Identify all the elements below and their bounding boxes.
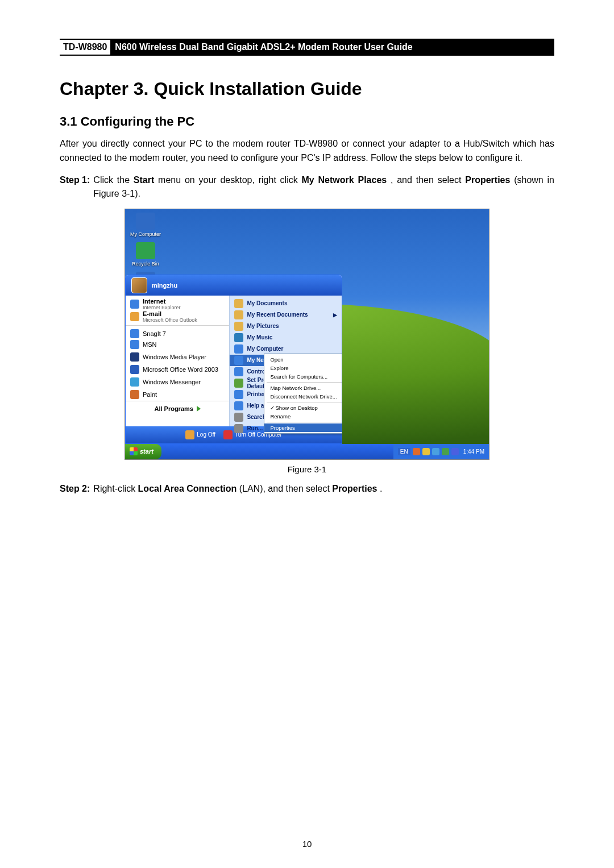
computer-icon: [136, 213, 155, 230]
computer-icon: [234, 344, 243, 354]
page-number: 10: [0, 839, 614, 849]
ctx-label: Show on Desktop: [275, 405, 317, 411]
tray-icon[interactable]: [413, 448, 420, 455]
start-item-email[interactable]: E-mail Microsoft Office Outlook: [126, 310, 229, 323]
start-right-label: My Computer: [247, 346, 283, 352]
start-right-label: Run...: [247, 425, 263, 431]
control-panel-icon: [234, 367, 243, 376]
start-item-title: Internet: [143, 298, 181, 305]
figure-screenshot: My Computer Recycle Bin My Network Place…: [125, 209, 489, 460]
step-2-body: Right-click Local Area Connection (LAN),…: [93, 482, 554, 496]
step-1-bold-start: Start: [134, 175, 154, 185]
desktop-icon-label: My Computer: [128, 231, 163, 237]
ctx-disconnect-drive[interactable]: Disconnect Network Drive...: [264, 392, 342, 401]
step-2: Step 2: Right-click Local Area Connectio…: [60, 482, 554, 496]
step-1-label: Step 1:: [60, 173, 90, 201]
header-bar: TD-W8980 N600 Wireless Dual Band Gigabit…: [60, 39, 554, 56]
document-page: TD-W8980 N600 Wireless Dual Band Gigabit…: [0, 0, 614, 868]
run-icon: [234, 424, 243, 433]
start-item-title: Paint: [143, 391, 157, 398]
system-tray: EN 1:44 PM: [393, 444, 489, 459]
step-1-text: menu on your desktop, right click: [158, 175, 301, 185]
folder-icon: [234, 322, 243, 331]
ctx-rename[interactable]: Rename: [264, 412, 342, 421]
step-2-bold-properties: Properties: [332, 484, 377, 493]
intro-paragraph: After you directly connect your PC to th…: [60, 137, 554, 165]
start-menu: mingzhu Internet Internet Explorer E-mai…: [125, 275, 342, 444]
chapter-heading: Chapter 3. Quick Installation Guide: [60, 78, 554, 99]
help-icon: [234, 401, 243, 410]
ctx-open[interactable]: Open: [264, 355, 342, 364]
desktop-icon-recycle-bin[interactable]: Recycle Bin: [128, 242, 163, 267]
start-menu-left-column: Internet Internet Explorer E-mail Micros…: [126, 296, 230, 426]
ctx-separator: [267, 422, 342, 422]
language-indicator[interactable]: EN: [398, 448, 410, 455]
step-2-text: .: [380, 484, 382, 493]
ctx-map-drive[interactable]: Map Network Drive...: [264, 384, 342, 392]
user-avatar-icon: [131, 277, 147, 293]
header-model: TD-W8980: [60, 42, 110, 52]
app-icon: [130, 340, 139, 349]
logoff-button[interactable]: Log Off: [185, 430, 215, 439]
ctx-properties[interactable]: Properties: [264, 423, 342, 432]
start-item-internet[interactable]: Internet Internet Explorer: [126, 298, 229, 310]
start-item-title: E-mail: [143, 310, 197, 317]
step-2-label: Step 2:: [60, 482, 90, 496]
windows-logo-icon: [130, 447, 138, 455]
start-item-snagit[interactable]: SnagIt 7: [126, 325, 229, 338]
start-item-msn[interactable]: MSN: [126, 338, 229, 351]
context-menu: Open Explore Search for Computers... Map…: [264, 354, 342, 434]
folder-icon: [234, 310, 243, 319]
start-right-label: My Documents: [247, 300, 287, 306]
start-right-recent[interactable]: My Recent Documents▶: [230, 309, 342, 321]
logoff-label: Log Off: [197, 431, 215, 438]
app-icon: [130, 377, 139, 387]
tray-icon[interactable]: [432, 448, 439, 455]
app-icon: [130, 365, 139, 374]
taskbar: start EN 1:44 PM: [125, 444, 489, 459]
step-1-text: Click the: [93, 175, 134, 185]
start-item-word[interactable]: Microsoft Office Word 2003: [126, 363, 229, 376]
start-item-title: Windows Messenger: [143, 379, 201, 385]
start-right-label: My Recent Documents: [247, 312, 308, 318]
tray-icon[interactable]: [422, 448, 430, 455]
step-1-bold-properties: Properties: [465, 175, 510, 185]
app-icon: [130, 352, 139, 362]
start-right-mydocs[interactable]: My Documents: [230, 298, 342, 309]
start-item-title: SnagIt 7: [143, 330, 166, 337]
logoff-icon: [185, 430, 194, 439]
taskbar-clock: 1:44 PM: [463, 448, 484, 455]
start-right-mycomputer[interactable]: My Computer: [230, 343, 342, 355]
ctx-show-desktop[interactable]: ✓Show on Desktop: [264, 404, 342, 412]
start-right-pictures[interactable]: My Pictures: [230, 321, 342, 332]
start-item-wmp[interactable]: Windows Media Player: [126, 351, 229, 363]
all-programs-label: All Programs: [154, 405, 193, 412]
internet-icon: [130, 300, 139, 309]
step-1-bold-mynetwork: My Network Places: [302, 175, 387, 185]
start-button[interactable]: start: [125, 444, 161, 459]
start-menu-right-column: My Documents My Recent Documents▶ My Pic…: [230, 296, 342, 426]
search-icon: [234, 413, 243, 422]
start-right-label: My Pictures: [247, 323, 279, 329]
desktop-icon-my-computer[interactable]: My Computer: [128, 213, 163, 237]
header-title: N600 Wireless Dual Band Gigabit ADSL2+ M…: [110, 40, 554, 55]
folder-icon: [234, 299, 243, 308]
start-right-music[interactable]: My Music: [230, 332, 342, 343]
start-item-subtitle: Internet Explorer: [143, 305, 181, 310]
start-item-title: MSN: [143, 341, 156, 348]
start-menu-header: mingzhu: [126, 275, 342, 296]
start-item-messenger[interactable]: Windows Messenger: [126, 376, 229, 388]
step-2-text: Right-click: [93, 484, 138, 493]
start-item-paint[interactable]: Paint: [126, 388, 229, 401]
step-1-text: , and then select: [391, 175, 465, 185]
app-icon: [130, 390, 139, 399]
network-icon: [234, 356, 243, 365]
program-access-icon: [234, 379, 243, 388]
ctx-explore[interactable]: Explore: [264, 364, 342, 372]
start-all-programs[interactable]: All Programs: [126, 401, 229, 416]
tray-icon[interactable]: [442, 448, 449, 455]
tray-icon[interactable]: [451, 448, 459, 455]
app-icon: [130, 329, 139, 338]
start-right-label: My Music: [247, 334, 272, 340]
ctx-search-computers[interactable]: Search for Computers...: [264, 372, 342, 381]
